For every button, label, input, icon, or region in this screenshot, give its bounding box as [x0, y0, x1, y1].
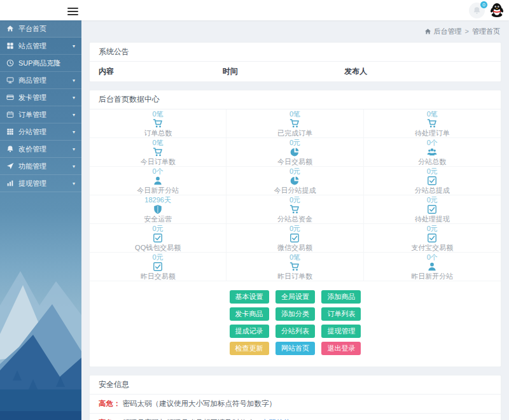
column-header-publisher: 发布人 [344, 66, 492, 77]
desktop-icon [6, 76, 14, 84]
stat-label: QQ钱包交易额 [135, 244, 181, 251]
data-center-panel: 后台首页数据中心 0笔订单总数 0笔已完成订单 0笔待处理订单 0笔今日订单数 … [89, 90, 501, 367]
sidebar-item-sup-clone[interactable]: SUP商品克隆 [0, 55, 81, 72]
stat-label: 今日新开分站 [137, 186, 179, 194]
bell-icon [6, 145, 14, 153]
breadcrumb-current: 管理首页 [472, 27, 500, 36]
stat-substation-funds: 0元分站总资金 [227, 195, 363, 224]
security-text: 密码太弱（建议使用大小写加标点符号加数字） [123, 400, 277, 407]
sidebar-item-card-management[interactable]: 发卡管理 ▾ [0, 89, 81, 106]
notification-bell-button[interactable]: 0 [469, 3, 485, 18]
sidebar-mountain-art [0, 210, 81, 420]
stat-qq-wallet-volume: 0元QQ钱包交易额 [90, 224, 227, 253]
stat-value: 0个 [427, 253, 438, 261]
sidebar-item-label: 商品管理 [18, 76, 46, 85]
sidebar-item-price-management[interactable]: 改价管理 ▾ [0, 141, 81, 158]
stat-value: 0元 [427, 225, 438, 232]
stat-total-orders: 0笔订单总数 [90, 109, 227, 138]
card-icon [6, 94, 14, 101]
cart-icon [153, 118, 163, 129]
breadcrumb: 后台管理 > 管理首页 [81, 20, 509, 42]
stat-value: 0元 [289, 139, 300, 146]
check-square-icon [153, 233, 163, 243]
sidebar-item-site-management[interactable]: 站点管理 ▾ [0, 38, 81, 55]
sidebar-item-withdraw-management[interactable]: 提现管理 ▾ [0, 175, 81, 192]
qq-contact-button[interactable] [490, 3, 504, 18]
home-icon [6, 25, 14, 32]
security-panel: 安全信息 高危：密码太弱（建议使用大小写加标点符号加数字） 高危：管理员密码与管… [89, 375, 501, 420]
sidebar-item-function-management[interactable]: 功能管理 ▾ [0, 158, 81, 175]
sidebar: 平台首页 站点管理 ▾ SUP商品克隆 商品管理 ▾ 发卡管理 ▾ 订单管理 ▾ [0, 20, 81, 420]
quick-actions: 基本设置 全局设置 添加商品 发卡商品 添加分类 订单列表 提成记录 分站列表 … [90, 281, 501, 367]
stat-label: 待处理提现 [415, 215, 450, 223]
chevron-down-icon: ▾ [73, 146, 75, 152]
breadcrumb-separator: > [465, 27, 469, 35]
check-square-icon [427, 233, 437, 243]
stat-value: 0元 [427, 196, 438, 204]
global-settings-button[interactable]: 全局设置 [275, 290, 315, 304]
breadcrumb-section[interactable]: 后台管理 [434, 27, 462, 36]
sidebar-item-label: 订单管理 [18, 110, 46, 120]
stat-today-substation-commission: 0元今日分站提成 [227, 167, 363, 195]
withdraw-management-button[interactable]: 提现管理 [321, 325, 361, 338]
stat-label: 支付宝交易额 [411, 244, 453, 251]
stat-today-orders: 0笔今日订单数 [90, 138, 227, 167]
clock-icon [6, 59, 14, 67]
stat-value: 0元 [289, 196, 300, 204]
sidebar-item-label: 改价管理 [18, 144, 46, 154]
stat-label: 安全运营 [144, 215, 172, 223]
chevron-down-icon: ▾ [73, 78, 75, 83]
add-product-button[interactable]: 添加商品 [321, 290, 361, 304]
stat-yesterday-orders: 0笔昨日订单数 [227, 253, 363, 281]
stat-value: 0笔 [153, 110, 164, 118]
risk-level-badge: 高危： [99, 400, 121, 407]
stat-yesterday-volume: 0元昨日交易额 [90, 253, 227, 281]
stat-completed-orders: 0笔已完成订单 [227, 109, 363, 138]
bar-chart-icon [6, 179, 14, 187]
sidebar-item-substation-management[interactable]: 分站管理 ▾ [0, 123, 81, 141]
sidebar-item-product-management[interactable]: 商品管理 ▾ [0, 72, 81, 89]
card-products-button[interactable]: 发卡商品 [230, 307, 269, 321]
sidebar-item-platform-home[interactable]: 平台首页 [0, 20, 81, 38]
cart-icon [289, 118, 300, 129]
user-icon [153, 176, 163, 186]
stat-value: 0元 [289, 225, 300, 232]
stat-safe-running-days: 18296天安全运营 [90, 195, 227, 224]
basic-settings-button[interactable]: 基本设置 [230, 290, 269, 304]
users-icon [427, 147, 437, 157]
cart-icon [153, 147, 163, 157]
main-content: 后台管理 > 管理首页 系统公告 内容 时间 发布人 后台首页数据中心 0笔订单… [81, 20, 509, 420]
column-header-time: 时间 [223, 66, 345, 77]
stat-value: 0笔 [427, 110, 438, 118]
check-square-icon [153, 262, 163, 272]
sidebar-item-label: 发卡管理 [18, 93, 46, 102]
add-category-button[interactable]: 添加分类 [275, 307, 315, 321]
sidebar-item-order-management[interactable]: 订单管理 ▾ [0, 106, 81, 123]
stat-label: 今日分站提成 [274, 186, 316, 194]
substation-list-button[interactable]: 分站列表 [275, 325, 315, 338]
top-bar: 0 [0, 0, 509, 20]
commission-records-button[interactable]: 提成记录 [230, 325, 269, 338]
announcement-table-header: 内容 时间 发布人 [90, 62, 501, 81]
stat-label: 分站总数 [418, 158, 446, 165]
stat-label: 分站总资金 [277, 215, 312, 223]
stat-pending-orders: 0笔待处理订单 [364, 109, 501, 138]
stat-value: 0笔 [153, 139, 164, 146]
site-home-button[interactable]: 网站首页 [275, 342, 315, 355]
stat-label: 待处理订单 [415, 129, 450, 137]
stat-label: 分站总提成 [415, 186, 450, 194]
home-icon [424, 28, 431, 35]
check-square-icon [289, 233, 300, 243]
sidebar-item-label: 提现管理 [18, 179, 46, 188]
check-update-button[interactable]: 检查更新 [230, 342, 269, 355]
qq-penguin-icon [490, 3, 504, 18]
stat-label: 昨日新开分站 [411, 272, 453, 280]
logout-button[interactable]: 退出登录 [321, 342, 361, 355]
stats-grid: 0笔订单总数 0笔已完成订单 0笔待处理订单 0笔今日订单数 0元今日交易额 0… [90, 109, 501, 281]
stat-yesterday-new-substations: 0个昨日新开分站 [364, 253, 501, 281]
hamburger-menu-icon[interactable] [67, 6, 78, 17]
data-center-title: 后台首页数据中心 [90, 90, 501, 109]
paper-plane-icon [6, 162, 14, 170]
security-title: 安全信息 [90, 375, 501, 395]
order-list-button[interactable]: 订单列表 [321, 307, 361, 321]
